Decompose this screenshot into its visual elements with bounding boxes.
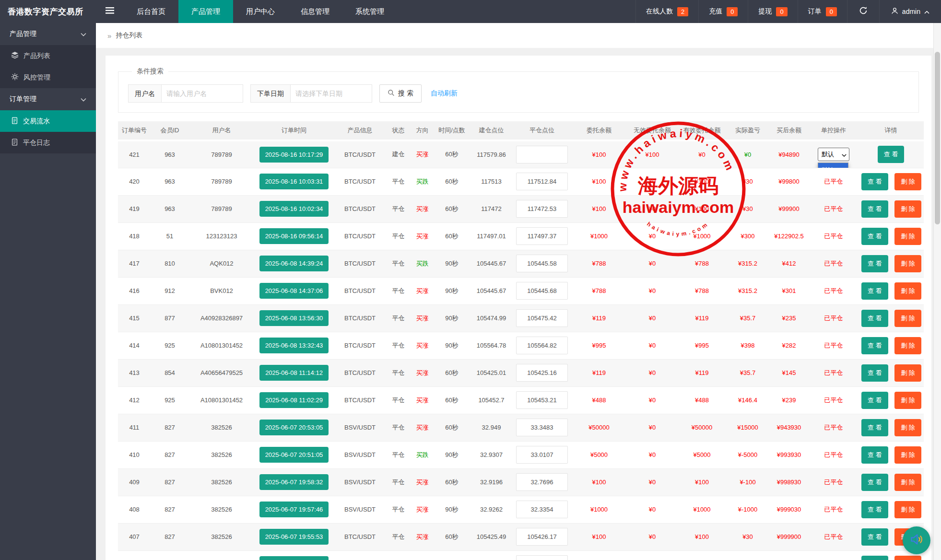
nav-item-users[interactable]: 用户中心 (233, 0, 288, 23)
product: BTC/USDT (334, 359, 386, 386)
sidebar-group-products[interactable]: 产品管理 (0, 23, 96, 45)
order-time-button[interactable]: 2025-06-08 11:02:29 (259, 392, 329, 408)
username-input[interactable] (162, 84, 243, 103)
order-date-input[interactable] (291, 84, 372, 103)
view-button[interactable]: 查 看 (861, 282, 888, 300)
view-button[interactable]: 查 看 (861, 228, 888, 245)
delete-button[interactable]: 删 除 (894, 501, 921, 518)
view-button[interactable]: 查 看 (861, 556, 888, 560)
view-button[interactable]: 查 看 (861, 392, 888, 409)
delete-button[interactable]: 删 除 (894, 200, 921, 218)
delete-button[interactable]: 删 除 (894, 446, 921, 464)
view-button[interactable]: 查 看 (861, 173, 888, 190)
close-point-input[interactable] (516, 255, 568, 272)
page-scrollbar[interactable] (933, 23, 941, 560)
order-time-button[interactable]: 2025-06-07 20:51:05 (259, 447, 329, 463)
order-time-button[interactable]: 2025-06-08 11:14:12 (259, 365, 329, 381)
stat-recharge[interactable]: 充值 0 (698, 0, 748, 23)
close-point-input[interactable] (516, 501, 568, 518)
view-button[interactable]: 查 看 (861, 501, 888, 518)
auto-refresh-link[interactable]: 自动刷新 (431, 89, 458, 98)
nav-item-info[interactable]: 信息管理 (288, 0, 342, 23)
order-time-button[interactable]: 2025-08-16 09:56:14 (259, 228, 329, 244)
search-button[interactable]: 搜 索 (379, 84, 422, 103)
delete-button[interactable]: 删 除 (894, 255, 921, 272)
view-button[interactable]: 查 看 (861, 446, 888, 464)
view-button[interactable]: 查 看 (861, 528, 888, 546)
sidebar-item-product-list[interactable]: 产品列表 (0, 45, 96, 67)
delete-button[interactable]: 删 除 (894, 419, 921, 436)
close-point-input[interactable] (516, 173, 568, 190)
stat-withdraw[interactable]: 提现 0 (748, 0, 797, 23)
delete-button[interactable]: 删 除 (894, 337, 921, 354)
delete-button[interactable]: 删 除 (894, 556, 921, 560)
view-button[interactable]: 查 看 (861, 364, 888, 382)
order-time-button[interactable]: 2025-06-07 19:58:32 (259, 474, 329, 490)
order-time-button[interactable]: 2025-06-08 13:56:30 (259, 310, 329, 326)
view-button[interactable]: 查 看 (861, 337, 888, 354)
view-button[interactable]: 查 看 (861, 474, 888, 491)
delete-button[interactable]: 删 除 (894, 228, 921, 245)
view-button[interactable]: 查 看 (861, 200, 888, 218)
order-time-button[interactable]: 2025-06-07 19:57:46 (259, 502, 329, 517)
close-point-input[interactable] (516, 227, 568, 245)
stat-online[interactable]: 在线人数 2 (635, 0, 698, 23)
col-control: 单控操作 (809, 121, 858, 140)
close-point-input[interactable] (516, 364, 568, 382)
scrollbar-thumb[interactable] (935, 52, 940, 224)
admin-menu[interactable]: admin (879, 0, 941, 23)
close-point-input[interactable] (516, 391, 568, 409)
sidebar-item-trade-flow[interactable]: 交易流水 (0, 110, 96, 132)
order-time-button[interactable]: 2025-06-08 13:32:43 (259, 338, 329, 353)
order-time-button[interactable]: 2025-06-07 20:53:05 (259, 420, 329, 435)
order-time-button[interactable]: 2025-06-08 14:37:06 (259, 283, 329, 299)
close-point-input[interactable] (516, 282, 568, 300)
delete-button[interactable]: 删 除 (894, 282, 921, 300)
nav-item-system[interactable]: 系统管理 (342, 0, 397, 23)
menu-toggle-button[interactable] (96, 0, 124, 23)
refresh-button[interactable] (847, 0, 879, 23)
close-point-input[interactable] (516, 446, 568, 464)
direction-label: 买涨 (416, 369, 429, 376)
sidebar-item-close-log[interactable]: 平仓日志 (0, 132, 96, 153)
control-select[interactable]: 默认 (818, 148, 849, 161)
control-option[interactable]: 默认 (818, 163, 848, 168)
invalid-entrust-balance: ¥100 (627, 140, 677, 168)
product: BTC/USDT (334, 195, 386, 222)
close-point-input[interactable] (516, 419, 568, 436)
invalid-entrust-balance: ¥0 (627, 250, 677, 277)
view-button[interactable]: 查 看 (861, 419, 888, 436)
close-point-input[interactable] (516, 555, 568, 560)
member-id: 810 (151, 250, 189, 277)
close-point-input[interactable] (516, 528, 568, 546)
sidebar-group-orders[interactable]: 订单管理 (0, 88, 96, 110)
view-button[interactable]: 查 看 (861, 310, 888, 327)
chevron-up-icon (924, 8, 929, 15)
order-time-button[interactable]: 2025-08-16 10:03:31 (259, 174, 329, 189)
after-balance: ¥943930 (769, 414, 809, 441)
stat-orders[interactable]: 订单 0 (798, 0, 847, 23)
audio-toggle-button[interactable] (903, 526, 930, 554)
close-point-input[interactable] (516, 473, 568, 491)
close-point-input[interactable] (516, 309, 568, 327)
delete-button[interactable]: 删 除 (894, 173, 921, 190)
order-time-button[interactable]: 2025-08-16 10:17:29 (259, 147, 329, 163)
nav-item-home[interactable]: 后台首页 (124, 0, 178, 23)
close-point-input[interactable] (516, 146, 568, 163)
view-button[interactable]: 查 看 (861, 255, 888, 272)
profit-value: ¥15000 (737, 424, 758, 431)
nav-item-products[interactable]: 产品管理 (178, 0, 233, 23)
view-button[interactable]: 查 看 (878, 146, 905, 163)
close-point-input[interactable] (516, 200, 568, 218)
gear-icon (11, 73, 19, 82)
delete-button[interactable]: 删 除 (894, 364, 921, 382)
order-time-button[interactable]: 2025-06-08 14:39:24 (259, 256, 329, 271)
order-time-button[interactable]: 2025-06-07 18:37:07 (259, 556, 329, 560)
order-time-button[interactable]: 2025-08-16 10:02:34 (259, 201, 329, 217)
delete-button[interactable]: 删 除 (894, 392, 921, 409)
delete-button[interactable]: 删 除 (894, 310, 921, 327)
order-time-button[interactable]: 2025-06-07 19:55:53 (259, 529, 329, 545)
delete-button[interactable]: 删 除 (894, 474, 921, 491)
sidebar-item-risk-control[interactable]: 风控管理 (0, 67, 96, 88)
close-point-input[interactable] (516, 337, 568, 354)
